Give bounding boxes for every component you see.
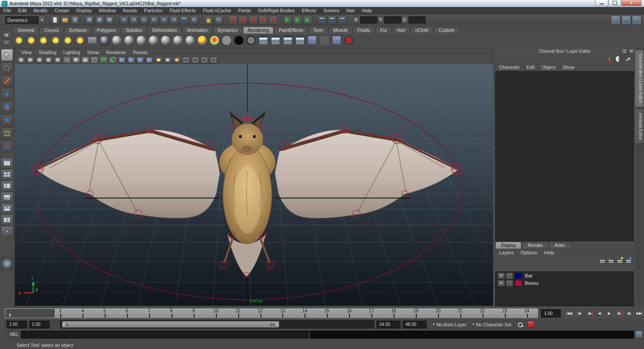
snap-to-grids-icon[interactable]	[228, 15, 238, 25]
phong-material-icon[interactable]	[147, 34, 159, 46]
surface-shader-icon[interactable]	[233, 34, 245, 46]
animation-start-field[interactable]: 1.00	[29, 321, 50, 328]
shelf-tab-polygons[interactable]: Polygons	[92, 27, 120, 34]
time-slider-frame[interactable]: 4	[72, 308, 94, 318]
default-lighting-icon[interactable]	[164, 56, 172, 64]
shelf-menu-icon[interactable]: ▦	[3, 32, 10, 38]
render-settings-icon[interactable]	[282, 34, 294, 46]
command-line-input[interactable]	[21, 331, 309, 339]
hair-tube-shader-icon[interactable]	[184, 34, 196, 46]
layer-display-type-toggle[interactable]	[506, 280, 513, 287]
select-by-hierarchy-icon[interactable]	[85, 15, 94, 25]
select-rendering-icon[interactable]	[179, 15, 189, 25]
time-slider-frame[interactable]: 9	[182, 308, 205, 318]
create-layer-from-selected-icon[interactable]	[625, 257, 632, 263]
ipr-render-icon[interactable]	[270, 34, 281, 46]
grease-pencil-icon[interactable]	[54, 56, 62, 64]
env-ball-icon[interactable]	[99, 34, 110, 46]
time-slider-frame[interactable]: 11	[227, 308, 249, 318]
shelf-tab-menu-icon[interactable]: ▾	[3, 40, 10, 46]
playback-start-field[interactable]: 1.00	[7, 321, 27, 328]
character-set-selector[interactable]: No Character Set	[476, 322, 511, 327]
all-lights-icon[interactable]	[173, 56, 181, 64]
layer-editor-menu-options[interactable]: Options	[517, 249, 541, 256]
soft-modification-tool[interactable]	[1, 140, 13, 153]
volume-light-icon[interactable]	[74, 34, 86, 46]
time-slider[interactable]: 123456789101112131415161718192021222324 …	[4, 308, 538, 318]
time-slider-frame[interactable]: 6	[116, 308, 138, 318]
float-panel-icon[interactable]: ❏	[621, 48, 627, 55]
select-camera-icon[interactable]	[17, 56, 25, 64]
minimize-button[interactable]	[595, 0, 608, 6]
layered-shader-icon[interactable]	[196, 34, 208, 46]
layer-row[interactable]: VBat	[496, 272, 634, 279]
time-slider-frame[interactable]: 19	[405, 308, 427, 318]
paint-selection-tool[interactable]	[1, 75, 13, 87]
time-slider-frame[interactable]: 16	[338, 308, 360, 318]
resolution-gate-icon[interactable]	[191, 56, 199, 64]
time-slider-frame[interactable]: 22	[471, 308, 493, 318]
menu-display[interactable]: Display	[72, 7, 95, 14]
high-quality-cube-icon[interactable]	[145, 56, 154, 64]
save-scene-icon[interactable]	[70, 15, 80, 25]
persp-outliner-layout-button[interactable]	[1, 181, 13, 191]
render-current-frame-icon[interactable]	[317, 15, 327, 25]
menu-soft-rigid-bodies[interactable]: Soft/Rigid Bodies	[254, 7, 298, 14]
script-editor-icon[interactable]	[635, 331, 643, 339]
lock-selection-icon[interactable]	[204, 15, 213, 25]
film-gate-icon[interactable]	[200, 56, 209, 64]
layout-dropdown-button[interactable]: ▾	[1, 226, 13, 236]
shelf-tab-fluids[interactable]: Fluids	[353, 27, 375, 34]
layer-display-type-toggle[interactable]	[506, 273, 513, 279]
layer-editor-menu-layers[interactable]: Layers	[496, 249, 517, 256]
paint-effects-tool-icon[interactable]	[343, 34, 355, 46]
menu-file[interactable]: File	[0, 7, 15, 14]
shelf-tab-curves[interactable]: Curves	[39, 27, 63, 34]
layer-color-swatch[interactable]	[515, 280, 522, 286]
hypershade-persp-layout-button[interactable]	[1, 203, 13, 214]
channel-box-menu-edit[interactable]: Edit	[523, 64, 538, 71]
show-batch-render-icon[interactable]	[331, 34, 343, 46]
menu-fluid-ncache[interactable]: Fluid nCache	[199, 7, 235, 14]
range-slider-track[interactable]: 1 24	[60, 320, 374, 328]
shelf-tab-deformation[interactable]: Deformation	[147, 27, 182, 34]
step-back-key-button[interactable]: |◀	[584, 309, 594, 318]
channel-box-menu-object[interactable]: Object	[538, 64, 559, 71]
shelf-tab-rendering[interactable]: Rendering	[243, 27, 274, 34]
go-to-start-button[interactable]: |◀◀	[564, 309, 574, 318]
close-button[interactable]: ×	[621, 0, 641, 6]
shelf-tab-toon[interactable]: Toon	[308, 27, 328, 34]
range-grip[interactable]	[1, 320, 3, 329]
time-slider-frame[interactable]: 18	[383, 308, 405, 318]
select-misc-icon[interactable]	[189, 15, 199, 25]
x-field[interactable]	[360, 16, 377, 24]
go-to-end-button[interactable]: ▶▶|	[634, 309, 644, 318]
panel-menu-lighting[interactable]: Lighting	[60, 49, 84, 56]
menu-set-selector[interactable]: Dynamics ▾	[5, 16, 45, 24]
select-deformations-icon[interactable]	[159, 15, 169, 25]
select-curves-icon[interactable]	[139, 15, 149, 25]
menu-hair[interactable]: Hair	[343, 7, 359, 14]
speed-dial-icon[interactable]	[615, 55, 622, 62]
tab-attribute-editor[interactable]: Attribute Editor	[635, 109, 644, 144]
auto-keyframe-toggle-icon[interactable]	[527, 321, 534, 328]
time-slider-frame[interactable]: 24	[516, 308, 538, 318]
camera-bookmark-icon[interactable]	[35, 56, 44, 64]
time-slider-frame[interactable]: 8	[160, 308, 182, 318]
statusline-separator[interactable]	[279, 16, 281, 24]
shelf-tab-painteffects[interactable]: PaintEffects	[274, 27, 308, 34]
step-forward-frame-button[interactable]: ▶|	[624, 309, 634, 318]
step-back-frame-button[interactable]: |◀	[574, 309, 584, 318]
command-line-grip[interactable]	[1, 330, 3, 339]
statusline-separator[interactable]	[81, 16, 83, 24]
panel-drag-header[interactable]: Channel Box / Layer Editor	[494, 48, 635, 55]
current-frame-marker[interactable]: 1	[5, 309, 55, 318]
maximize-button[interactable]	[609, 0, 621, 6]
smooth-shade-mode-icon[interactable]	[72, 56, 80, 64]
y-field[interactable]	[384, 16, 401, 24]
isolate-select-icon[interactable]	[182, 56, 190, 64]
menu-create[interactable]: Create	[51, 7, 72, 14]
tool-settings-toggle-icon[interactable]	[632, 15, 641, 25]
universal-manipulator-tool[interactable]	[1, 127, 13, 140]
channel-box-toggle-icon[interactable]	[611, 15, 620, 25]
